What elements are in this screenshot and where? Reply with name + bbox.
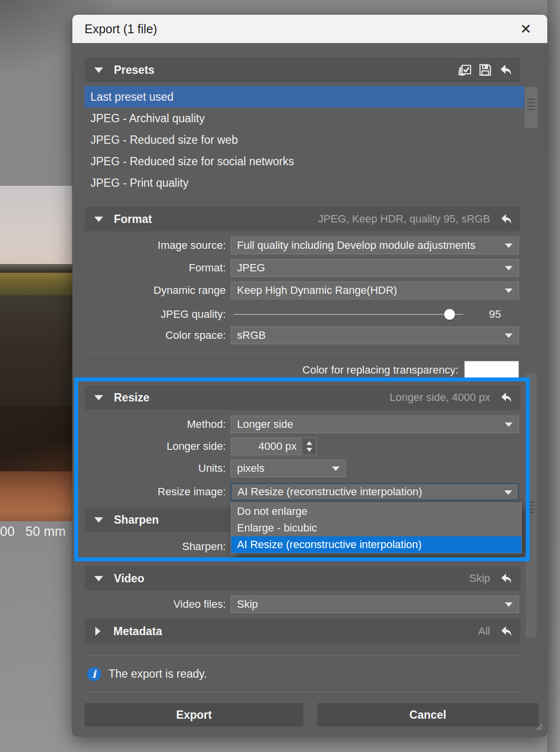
method-select[interactable]: Longer side [231,416,519,433]
video-title: Video [114,572,144,585]
chevron-down-icon [94,517,103,523]
quality-slider-handle[interactable] [444,309,455,320]
units-label: Units: [85,462,226,475]
chevron-down-icon [94,67,103,73]
apply-preset-icon[interactable] [457,62,473,78]
longer-side-label: Longer side: [85,440,226,453]
dynamic-range-label: Dynamic range [85,284,226,297]
spinner-down-icon[interactable] [306,448,312,452]
info-icon: i [87,667,101,681]
chevron-down-icon [505,602,513,607]
resize-summary: Longer side, 4000 px [390,391,491,404]
metadata-section-header[interactable]: Metadata All [85,619,520,643]
photo-field [0,295,72,408]
undo-icon[interactable] [498,62,514,78]
chevron-right-icon [95,627,101,636]
undo-icon[interactable] [499,624,514,639]
preset-item[interactable]: Last preset used [85,86,524,108]
video-files-select[interactable]: Skip [231,596,519,613]
jpeg-quality-label: JPEG quality: [85,308,226,321]
divider [85,655,520,656]
photo-grass [0,471,72,521]
dropdown-option-selected[interactable]: AI Resize (reconstructive interpolation) [231,536,521,553]
color-space-label: Color space: [85,329,226,342]
format-title: Format [114,213,152,226]
background-photo [0,186,72,521]
dialog-scrollbar-thumb[interactable] [526,373,537,637]
preset-item[interactable]: JPEG - Reduced size for web [85,129,524,151]
exif-info: 100 50 mm [0,524,72,544]
chevron-down-icon [504,490,512,495]
transparency-color-swatch[interactable] [464,361,519,379]
sharpen-title: Sharpen [114,513,159,527]
chevron-down-icon [505,288,513,293]
exif-focal-length: 50 mm [25,524,66,539]
chevron-down-icon [332,466,340,471]
dropdown-option[interactable]: Enlarge - bicubic [231,520,521,536]
presets-title: Presets [114,64,154,77]
divider [85,353,520,354]
units-select[interactable]: pixels [231,460,346,477]
metadata-summary: All [478,625,490,638]
quality-slider-track[interactable] [234,314,463,315]
cancel-button[interactable]: Cancel [317,703,539,727]
photo-trees [0,273,72,297]
video-summary: Skip [469,572,490,585]
divider [85,692,520,692]
format-section-header[interactable]: Format JPEG, Keep HDR, quality 95, sRGB [85,207,520,231]
resize-grip-icon[interactable] [532,719,543,733]
longer-side-stepper[interactable]: 4000 px [231,438,317,455]
spinner-up-icon[interactable] [306,441,312,445]
scrollbar-grip-icon [528,502,535,514]
save-preset-icon[interactable] [477,62,493,78]
transparency-label: Color for replacing transparency: [85,361,458,379]
color-space-select[interactable]: sRGB [231,327,519,344]
dialog-titlebar: Export (1 file) ✕ [72,15,547,43]
close-icon[interactable]: ✕ [514,15,538,43]
resize-title: Resize [114,391,150,404]
dropdown-option[interactable]: Do not enlarge [231,503,521,520]
export-button[interactable]: Export [84,703,304,727]
status-message: The export is ready. [108,665,207,683]
chevron-down-icon [505,266,513,270]
image-source-label: Image source: [85,239,226,252]
video-files-label: Video files: [85,598,226,611]
photo-sky [0,186,72,266]
undo-icon[interactable] [499,390,514,405]
preset-item[interactable]: JPEG - Print quality [85,172,524,194]
dynamic-range-select[interactable]: Keep High Dynamic Range(HDR) [231,282,519,299]
resize-image-label: Resize image: [85,486,226,498]
export-dialog: Export (1 file) ✕ Presets [72,15,547,736]
presets-section-header[interactable]: Presets [85,58,520,82]
chevron-down-icon [505,422,513,427]
video-section-header[interactable]: Video Skip [85,566,520,591]
chevron-down-icon [94,217,103,222]
preset-item[interactable]: JPEG - Reduced size for social networks [85,151,524,172]
undo-icon[interactable] [499,212,514,226]
quality-value: 95 [478,306,512,323]
desktop-background: 100 50 mm Export (1 file) ✕ Presets [0,0,560,752]
method-label: Method: [85,418,226,431]
image-source-select[interactable]: Full quality including Develop module ad… [231,237,519,254]
format-label: Format: [85,262,226,274]
undo-icon[interactable] [499,571,514,586]
format-summary: JPEG, Keep HDR, quality 95, sRGB [318,213,490,225]
longer-side-value[interactable]: 4000 px [231,438,302,455]
resize-section-header[interactable]: Resize Longer side, 4000 px [85,385,520,410]
resize-image-select[interactable]: AI Resize (reconstructive interpolation) [231,483,519,501]
scrollbar-grip-icon [527,99,535,111]
metadata-title: Metadata [113,625,162,638]
chevron-down-icon [505,243,513,248]
resize-image-dropdown-popup: Do not enlarge Enlarge - bicubic AI Resi… [231,503,522,553]
chevron-down-icon [94,395,103,400]
chevron-down-icon [94,576,103,581]
chevron-down-icon [505,333,513,338]
sharpen-label: Sharpen: [85,540,226,553]
presets-scrollbar-thumb[interactable] [525,87,538,128]
photo-slope [0,406,72,474]
format-select[interactable]: JPEG [231,259,519,277]
preset-item[interactable]: JPEG - Archival quality [85,108,524,129]
dialog-title: Export (1 file) [85,22,157,36]
exif-iso: 100 [0,524,15,539]
